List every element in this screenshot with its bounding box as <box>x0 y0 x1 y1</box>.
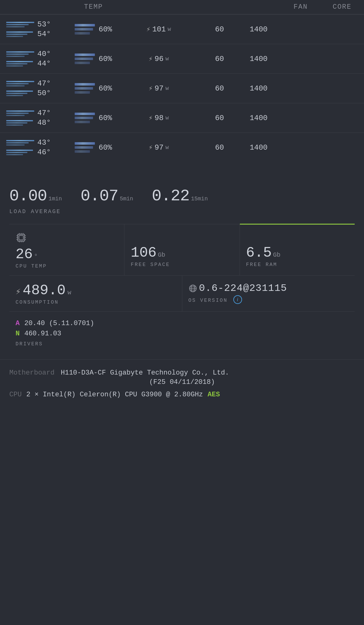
load-5min: 0.07 5min <box>81 187 133 205</box>
usage-bar <box>75 112 95 124</box>
usage-column: 60% <box>75 82 124 94</box>
bolt-icon: ⚡ <box>146 25 150 34</box>
gpu-row: 40° 44° 60% ⚡ 96 w <box>0 44 364 74</box>
cpu-row: CPU 2 × Intel(R) Celeron(R) CPU G3900 @ … <box>9 391 355 399</box>
driver-amd-val: 20.40 (5.11.0701) <box>24 319 94 327</box>
power-column: ⚡ 97 w <box>124 143 193 152</box>
fan-val: 60 <box>215 25 224 34</box>
metrics-row: 26 ° CPU TEMP 106 Gb FREE SPACE 6.5 Gb F… <box>9 224 355 275</box>
load-5min-val: 0.07 <box>81 187 118 205</box>
power-val: 96 <box>155 55 164 63</box>
fan-column: 60 <box>193 114 230 122</box>
os-version-cell: 0.6-224@231115 OS VERSION i <box>182 276 355 311</box>
power-unit: w <box>166 85 169 91</box>
svg-rect-1 <box>19 236 23 240</box>
gpu-bar <box>6 140 34 146</box>
fan-val: 60 <box>215 55 224 63</box>
gpu-temp-1: 53° <box>37 20 54 29</box>
usage-pct: 60% <box>99 25 112 34</box>
cpu-temp-unit: ° <box>34 253 38 260</box>
gpu-row: 53° 54° 60% ⚡ 101 w <box>0 15 364 44</box>
cpu-temp-val: 26 <box>16 247 33 262</box>
usage-pct: 60% <box>99 143 112 152</box>
fan-column: 60 <box>193 25 230 34</box>
core-val: 1400 <box>250 114 268 122</box>
aes-badge: AES <box>208 391 220 399</box>
load-5min-unit: 5min <box>120 196 133 202</box>
free-space-label: FREE SPACE <box>131 262 233 268</box>
usage-pct: 60% <box>99 114 112 122</box>
temp-column: 53° 54° <box>6 20 75 38</box>
gpu-temp-2: 50° <box>37 89 54 97</box>
load-15min: 0.22 15min <box>152 187 208 205</box>
usage-pct: 60% <box>99 84 112 93</box>
load-average-row: 0.00 1min 0.07 5min 0.22 15min <box>9 187 355 205</box>
driver-nvidia-letter: N <box>16 330 20 338</box>
power-val: 98 <box>155 114 164 122</box>
load-15min-unit: 15min <box>191 196 208 202</box>
gpu-temp-1: 40° <box>37 50 54 58</box>
free-space-cell: 106 Gb FREE SPACE <box>124 224 240 275</box>
gpu-temp-2: 48° <box>37 119 54 127</box>
usage-column: 60% <box>75 112 124 124</box>
drivers-label: DRIVERS <box>16 341 348 347</box>
gpu-row: 43° 46° 60% ⚡ 97 w <box>0 133 364 162</box>
consumption-cell: ⚡ 489.0 w CONSUMPTION <box>9 276 182 311</box>
gpu-bar <box>6 61 34 67</box>
cpu-label: CPU <box>9 391 22 399</box>
load-1min-val: 0.00 <box>9 187 47 205</box>
gpu-row: 47° 48° 60% ⚡ 98 w <box>0 103 364 133</box>
cpu-temp-label: CPU TEMP <box>16 264 118 269</box>
load-1min: 0.00 1min <box>9 187 62 205</box>
bolt-icon: ⚡ <box>149 55 153 63</box>
core-val: 1400 <box>250 143 268 152</box>
consumption-val: 489.0 <box>23 283 66 298</box>
drivers-row: A 20.40 (5.11.0701) N 460.91.03 DRIVERS <box>9 311 355 353</box>
bolt-icon: ⚡ <box>149 84 153 93</box>
temp-column: 40° 44° <box>6 50 75 68</box>
gpu-bar <box>6 51 34 57</box>
usage-bar <box>75 142 95 153</box>
driver-nvidia: N 460.91.03 <box>16 330 348 338</box>
gpu-temp-1: 47° <box>37 79 54 88</box>
gpu-temp-1: 47° <box>37 109 54 117</box>
usage-bar <box>75 53 95 65</box>
core-column: 1400 <box>230 55 268 63</box>
usage-column: 60% <box>75 23 124 35</box>
gpu-bar <box>6 91 34 96</box>
power-column: ⚡ 98 w <box>124 114 193 122</box>
mb-label: Motherboard <box>9 369 54 377</box>
free-ram-unit: Gb <box>273 251 280 259</box>
gpu-table: 53° 54° 60% ⚡ 101 w <box>0 14 364 162</box>
power-val: 101 <box>152 25 166 34</box>
power-column: ⚡ 97 w <box>124 84 193 93</box>
fan-val: 60 <box>215 143 224 152</box>
cpu-val: 2 × Intel(R) Celeron(R) CPU G3900 @ 2.80… <box>26 391 203 399</box>
gpu-temp-2: 54° <box>37 30 54 38</box>
core-column: 1400 <box>230 114 268 122</box>
free-space-unit: Gb <box>158 251 165 259</box>
mb-val: H110-D3A-CF Gigabyte Technology Co., Ltd… <box>61 369 229 377</box>
free-ram-cell: 6.5 Gb FREE RAM <box>240 224 355 275</box>
power-val: 97 <box>155 143 164 152</box>
gpu-bar <box>6 120 34 126</box>
temp-column: 47° 48° <box>6 109 75 127</box>
gpu-bar <box>6 22 34 27</box>
core-column: 1400 <box>230 143 268 152</box>
usage-column: 60% <box>75 142 124 153</box>
os-version-val: 0.6-224@231115 <box>199 283 287 293</box>
free-ram-val: 6.5 <box>246 246 272 260</box>
consumption-bolt-icon: ⚡ <box>16 286 21 297</box>
gpu-temp-2: 46° <box>37 148 54 156</box>
fan-val: 60 <box>215 114 224 122</box>
load-15min-val: 0.22 <box>152 187 189 205</box>
driver-amd: A 20.40 (5.11.0701) <box>16 319 348 327</box>
fan-val: 60 <box>215 84 224 93</box>
temp-column: 47° 50° <box>6 79 75 97</box>
load-1min-unit: 1min <box>49 196 62 202</box>
info-icon[interactable]: i <box>233 295 242 304</box>
usage-column: 60% <box>75 53 124 65</box>
bolt-icon: ⚡ <box>149 143 153 152</box>
core-val: 1400 <box>250 55 268 63</box>
cpu-icon <box>16 232 118 245</box>
